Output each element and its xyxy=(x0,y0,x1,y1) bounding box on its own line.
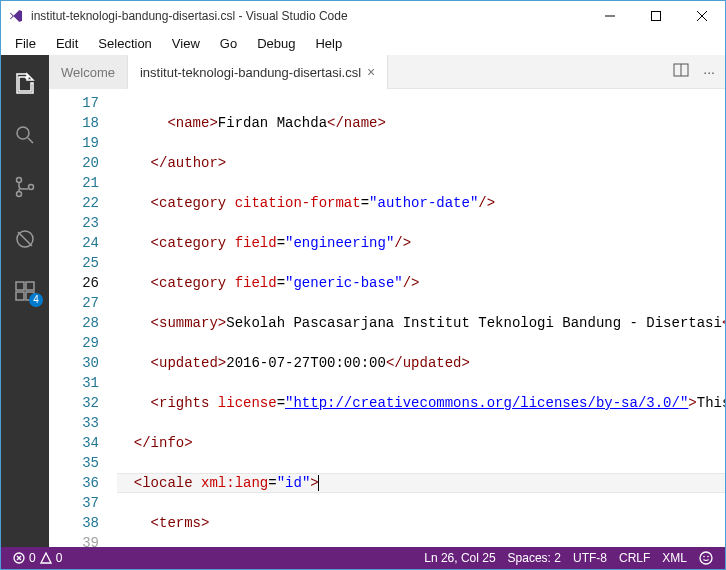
svg-point-3 xyxy=(17,192,22,197)
svg-point-14 xyxy=(703,556,705,558)
line-numbers: 17 18 19 20 21 22 23 24 25 26 27 28 29 3… xyxy=(49,89,117,547)
tab-welcome[interactable]: Welcome xyxy=(49,55,128,89)
error-icon xyxy=(13,552,25,564)
body: 4 Welcome institut-teknologi-bandung-dis… xyxy=(1,55,725,547)
titlebar: institut-teknologi-bandung-disertasi.csl… xyxy=(1,1,725,31)
svg-point-4 xyxy=(29,185,34,190)
app-icon xyxy=(7,7,25,25)
svg-point-13 xyxy=(700,552,712,564)
svg-rect-7 xyxy=(16,292,24,300)
split-editor-icon[interactable] xyxy=(673,62,689,81)
svg-point-2 xyxy=(17,178,22,183)
explorer-icon[interactable] xyxy=(1,63,49,103)
menu-view[interactable]: View xyxy=(162,34,210,53)
tab-bar: Welcome institut-teknologi-bandung-diser… xyxy=(49,55,725,89)
svg-rect-0 xyxy=(652,12,661,21)
tab-label: Welcome xyxy=(61,65,115,80)
status-spaces[interactable]: Spaces: 2 xyxy=(502,551,567,565)
debug-icon[interactable] xyxy=(1,219,49,259)
menubar: File Edit Selection View Go Debug Help xyxy=(1,31,725,55)
status-eol[interactable]: CRLF xyxy=(613,551,656,565)
svg-rect-9 xyxy=(26,282,34,290)
svg-point-15 xyxy=(707,556,709,558)
activity-bar: 4 xyxy=(1,55,49,547)
minimize-button[interactable] xyxy=(587,1,633,31)
code-content[interactable]: <name>Firdan Machda</name> </author> <ca… xyxy=(117,89,725,547)
maximize-button[interactable] xyxy=(633,1,679,31)
tab-close-icon[interactable]: × xyxy=(367,64,375,80)
more-actions-icon[interactable]: ··· xyxy=(703,64,715,80)
menu-debug[interactable]: Debug xyxy=(247,34,305,53)
menu-go[interactable]: Go xyxy=(210,34,247,53)
menu-help[interactable]: Help xyxy=(305,34,352,53)
svg-point-1 xyxy=(17,127,29,139)
status-errors[interactable]: 0 0 xyxy=(7,551,68,565)
extensions-icon[interactable]: 4 xyxy=(1,271,49,311)
status-position[interactable]: Ln 26, Col 25 xyxy=(418,551,501,565)
menu-edit[interactable]: Edit xyxy=(46,34,88,53)
search-icon[interactable] xyxy=(1,115,49,155)
menu-selection[interactable]: Selection xyxy=(88,34,161,53)
svg-rect-6 xyxy=(16,282,24,290)
editor-area: Welcome institut-teknologi-bandung-diser… xyxy=(49,55,725,547)
status-language[interactable]: XML xyxy=(656,551,693,565)
source-control-icon[interactable] xyxy=(1,167,49,207)
tab-label: institut-teknologi-bandung-disertasi.csl xyxy=(140,65,361,80)
text-cursor xyxy=(318,475,319,491)
close-button[interactable] xyxy=(679,1,725,31)
status-encoding[interactable]: UTF-8 xyxy=(567,551,613,565)
window-title: institut-teknologi-bandung-disertasi.csl… xyxy=(31,9,587,23)
extensions-badge: 4 xyxy=(29,293,43,307)
editor[interactable]: 17 18 19 20 21 22 23 24 25 26 27 28 29 3… xyxy=(49,89,725,547)
tab-csl-file[interactable]: institut-teknologi-bandung-disertasi.csl… xyxy=(128,55,388,89)
feedback-icon[interactable] xyxy=(693,551,719,565)
menu-file[interactable]: File xyxy=(5,34,46,53)
warning-icon xyxy=(40,552,52,564)
status-bar: 0 0 Ln 26, Col 25 Spaces: 2 UTF-8 CRLF X… xyxy=(1,547,725,569)
